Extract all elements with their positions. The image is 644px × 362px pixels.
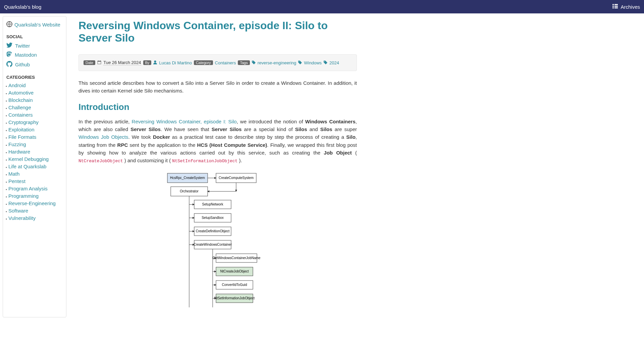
sidebar: Quarkslab's Website SOCIAL Twitter Masto…	[3, 16, 66, 317]
category-link[interactable]: Cryptography	[8, 119, 39, 125]
social-link-github[interactable]: Github	[6, 60, 63, 69]
twitter-icon	[6, 43, 12, 49]
svg-point-14	[324, 61, 325, 62]
category-link[interactable]: Android	[8, 82, 26, 88]
code-ntset: NtSetInformationJobObject	[172, 159, 237, 164]
svg-point-11	[154, 60, 156, 62]
svg-rect-3	[614, 6, 618, 7]
brand-link[interactable]: Quarkslab's blog	[4, 4, 41, 10]
user-icon	[153, 60, 157, 65]
category-list: Android Automotive Blockchain Challenge …	[6, 82, 63, 221]
code-ntcreate: NtCreateJobObject	[78, 159, 123, 164]
tag-icon	[324, 60, 327, 65]
archives-link[interactable]: Archives	[612, 4, 640, 10]
svg-rect-5	[614, 7, 618, 8]
github-icon	[6, 61, 12, 68]
svg-text:Orchestrator: Orchestrator	[180, 189, 199, 193]
by-badge: By	[143, 60, 152, 65]
lead-paragraph: This second article describes how to con…	[78, 79, 357, 95]
flowchart-diagram: HcsRpc_CreateSystem CreateComputeSystem …	[78, 170, 357, 311]
svg-rect-1	[614, 4, 618, 5]
category-link[interactable]: Challenge	[8, 105, 31, 110]
date-badge: Date	[84, 60, 95, 65]
social-label: Mastodon	[15, 52, 37, 58]
top-nav: Quarkslab's blog Archives	[0, 0, 644, 13]
list-icon	[612, 4, 618, 10]
social-list: Twitter Mastodon Github	[6, 42, 63, 69]
category-link[interactable]: Hardware	[8, 149, 30, 155]
category-link[interactable]: Program Analysis	[8, 186, 48, 191]
website-label: Quarkslab's Website	[14, 22, 60, 27]
tag-link[interactable]: reverse-engineering	[258, 60, 297, 65]
svg-text:SetupSandbox: SetupSandbox	[202, 216, 224, 220]
svg-text:HcsRpc_CreateSystem: HcsRpc_CreateSystem	[170, 176, 205, 180]
svg-point-13	[299, 61, 300, 62]
categories-heading: CATEGORIES	[6, 75, 63, 80]
svg-text:NtCreateJobObject: NtCreateJobObject	[220, 269, 249, 273]
category-link[interactable]: File Formats	[8, 134, 36, 140]
category-link[interactable]: Containers	[8, 112, 33, 118]
svg-text:CreateWindowsContainer: CreateWindowsContainer	[194, 243, 232, 246]
website-link[interactable]: Quarkslab's Website	[6, 21, 63, 28]
category-link[interactable]: Life at Quarkslab	[8, 164, 46, 169]
svg-text:CreateComputeSystem: CreateComputeSystem	[219, 176, 254, 180]
svg-point-12	[252, 61, 253, 62]
svg-text:CreateDefinitionObject: CreateDefinitionObject	[196, 229, 230, 233]
category-link[interactable]: Fuzzing	[8, 141, 26, 147]
tag-icon	[252, 60, 256, 65]
social-label: Github	[15, 62, 30, 67]
category-link[interactable]: Pentest	[8, 178, 25, 184]
svg-rect-4	[612, 7, 614, 8]
calendar-icon	[97, 60, 101, 65]
svg-rect-0	[612, 4, 614, 5]
article-title: Reversing Windows Container, episode II:…	[78, 19, 357, 44]
social-label: Twitter	[15, 43, 30, 49]
category-link[interactable]: Software	[8, 208, 28, 214]
svg-text:ConvertIdToGuid: ConvertIdToGuid	[222, 283, 247, 287]
svg-text:GetWindowsContainerJobName: GetWindowsContainerJobName	[213, 256, 261, 260]
tag-icon	[298, 60, 302, 65]
intro-paragraph: In the previous article, Reversing Windo…	[78, 118, 357, 165]
article-body: This second article describes how to con…	[78, 79, 357, 311]
category-link[interactable]: Exploitation	[8, 127, 35, 132]
category-link[interactable]: Kernel Debugging	[8, 156, 49, 162]
article-meta: Date Tue 26 March 2024 By Lucas Di Marti…	[78, 54, 357, 71]
tag-link[interactable]: Windows	[304, 60, 322, 65]
article-date: Tue 26 March 2024	[103, 60, 141, 65]
category-link[interactable]: Automotive	[8, 90, 34, 96]
category-link[interactable]: Containers	[215, 60, 236, 65]
episode-1-link[interactable]: Reversing Windows Container, episode I: …	[132, 119, 237, 124]
tags-badge: Tags	[238, 60, 250, 65]
social-link-mastodon[interactable]: Mastodon	[6, 51, 63, 59]
job-objects-link[interactable]: Windows Job Objects	[78, 134, 128, 140]
category-link[interactable]: Reverse-Engineering	[8, 200, 56, 206]
intro-heading: Introduction	[78, 100, 357, 114]
mastodon-icon	[6, 51, 12, 58]
category-link[interactable]: Math	[8, 171, 19, 177]
globe-icon	[6, 21, 12, 28]
category-link[interactable]: Vulnerability	[8, 215, 36, 221]
category-badge: Category	[194, 60, 213, 65]
main-content: Reversing Windows Container, episode II:…	[72, 16, 364, 317]
author-link[interactable]: Lucas Di Martino	[159, 60, 192, 65]
category-link[interactable]: Blockchain	[8, 97, 33, 103]
svg-rect-2	[612, 6, 614, 7]
category-link[interactable]: Programming	[8, 193, 39, 199]
tag-link[interactable]: 2024	[329, 60, 339, 65]
svg-text:NtSetInformationJobObject: NtSetInformationJobObject	[214, 296, 255, 300]
social-heading: SOCIAL	[6, 34, 63, 39]
social-link-twitter[interactable]: Twitter	[6, 42, 63, 49]
svg-text:SetupNetwork: SetupNetwork	[202, 202, 224, 206]
archives-label: Archives	[621, 4, 640, 10]
